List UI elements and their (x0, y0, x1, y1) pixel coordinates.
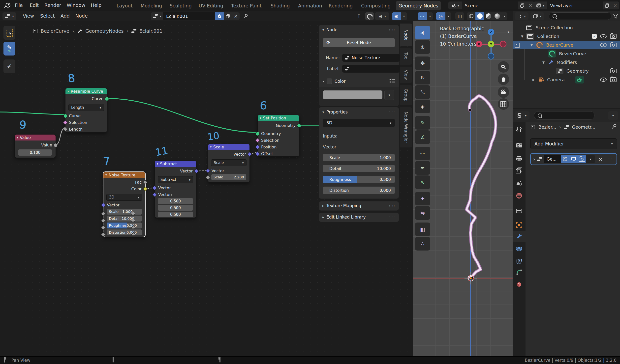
outliner-row-scene-collection[interactable]: Scene Collection (513, 23, 620, 32)
subtract-z-field[interactable]: 0.500 (158, 212, 193, 217)
hide-eye-icon[interactable] (600, 78, 607, 82)
outliner-filter-collection[interactable]: ▾ (530, 12, 544, 20)
name-field[interactable]: Noise Texture (342, 54, 400, 62)
socket-value-out[interactable] (54, 143, 58, 147)
sidebar-tab-node-wrangler[interactable]: Node Wrangler (400, 107, 412, 147)
subtract-x-field[interactable]: 0.500 (158, 198, 193, 204)
tool-shear[interactable]: ⇋ (415, 206, 430, 220)
outliner-row-camera[interactable]: ▶ Camera (513, 75, 620, 84)
add-modifier-dropdown[interactable]: Add Modifier ▾ (530, 138, 617, 149)
sidebar-tab-node[interactable]: Node (400, 24, 412, 46)
expand-icon[interactable]: ▼ (542, 61, 545, 64)
tab-rendering[interactable]: Rendering (329, 3, 353, 8)
menu-help[interactable]: Help (90, 2, 102, 8)
outliner-row-geometry-modifier[interactable]: Geometry (513, 67, 620, 75)
modifier-grip[interactable]: :::: (608, 157, 614, 161)
outliner-row-collection[interactable]: ▼ Collection ✓ (513, 32, 620, 41)
menu-edit[interactable]: Edit (29, 2, 40, 8)
tab-sculpting[interactable]: Sculpting (170, 3, 192, 8)
tool-tilt[interactable]: ✦ (415, 192, 430, 205)
subtract-operation-dropdown[interactable]: Subtract▾ (158, 176, 193, 183)
tool-transform[interactable]: ◈ (415, 100, 430, 113)
viewport-canvas[interactable]: Back Orthographic (1) BezierCurve 10 Cen… (413, 21, 513, 356)
tool-measure[interactable]: ∡ (415, 130, 430, 144)
ne-menu-view[interactable]: View (22, 13, 35, 19)
ptab-render[interactable] (513, 140, 526, 151)
breadcrumb-nodetree[interactable]: GeometryNodes (85, 28, 124, 34)
outliner-row-beziercurve-data[interactable]: BezierCurve (513, 49, 620, 58)
reset-node-button[interactable]: ⟳ Reset Node (323, 38, 395, 47)
viewlayer-unlink-icon[interactable]: × (612, 1, 619, 9)
dimensions-dropdown[interactable]: 3D ▾ (323, 119, 395, 127)
snap-falloff-toggle[interactable]: ↝ (418, 12, 427, 20)
render-camera-icon[interactable] (610, 77, 617, 82)
zoom-button[interactable] (498, 61, 509, 73)
ne-tool-annotate-active[interactable]: ✎ ∿ (3, 42, 15, 56)
sidebar-collapse-icon[interactable]: ‹ (507, 28, 510, 35)
editor-type-button[interactable]: ▾ (2, 12, 16, 20)
outliner-row-modifiers[interactable]: ▼ Modifiers (513, 58, 620, 67)
hide-eye-icon[interactable] (600, 43, 607, 47)
outliner-filter-icon[interactable] (613, 13, 618, 20)
node-set-position[interactable]: ▾Set Position Geometry Geometry Selectio… (257, 115, 299, 157)
node-subtract[interactable]: ▾Subtract Vector Subtract▾ Vector Vector… (155, 161, 196, 218)
socket-curve-in[interactable] (63, 114, 67, 118)
modifier-name-field[interactable]: Ge... (544, 155, 561, 163)
value-field[interactable]: 0.100 (18, 149, 52, 156)
collapse-icon[interactable]: ▾ (67, 89, 69, 93)
resample-mode-dropdown[interactable]: Length▾ (68, 104, 104, 111)
proportional-dropdown[interactable]: ▾ (445, 12, 451, 20)
socket-curve-out[interactable] (105, 97, 109, 101)
tab-animation[interactable]: Animation (298, 3, 322, 8)
panel-grip[interactable]: :::: (389, 110, 395, 114)
ne-menu-node[interactable]: Node (74, 13, 89, 19)
blender-logo-icon[interactable] (4, 2, 11, 9)
tab-texture-paint[interactable]: Texture Paint (231, 3, 262, 8)
tab-uv-editing[interactable]: UV Editing (199, 3, 223, 8)
tool-move[interactable]: ✥ (415, 56, 430, 70)
noise-roughness-slider[interactable]: Roughnes0.500 (107, 223, 142, 228)
tool-scale[interactable]: ⤡ (415, 85, 430, 99)
shading-material[interactable] (484, 12, 493, 20)
shading-wireframe[interactable] (467, 12, 475, 20)
overlays-dropdown[interactable]: ▾ (401, 12, 407, 20)
color-subpanel-header[interactable]: ▾ Color (319, 78, 399, 85)
ne-menu-select[interactable]: Select (39, 13, 56, 19)
ptab-constraints[interactable] (513, 255, 526, 267)
tool-draw-curve[interactable]: ✏ (415, 147, 430, 160)
scene-name-field[interactable]: Scene (462, 1, 518, 9)
tab-geometry-nodes-active[interactable]: Geometry Nodes (396, 1, 441, 10)
pin-icon[interactable] (243, 13, 248, 20)
socket-geometry-out[interactable] (297, 124, 301, 128)
ptab-tool[interactable] (513, 124, 526, 135)
ptab-physics[interactable] (513, 243, 526, 254)
hide-eye-icon[interactable] (600, 34, 607, 38)
menu-window[interactable]: Window (66, 2, 86, 8)
snap-element-button[interactable]: ⊞ ▾ (375, 12, 389, 20)
expand-icon[interactable]: ▶ (532, 78, 535, 82)
tool-rotate[interactable]: ↻ (415, 71, 430, 84)
ne-menu-add[interactable]: Add (60, 13, 71, 19)
fake-user-toggle[interactable] (215, 12, 224, 20)
modifier-realtime-toggle[interactable] (569, 155, 578, 163)
modifier-editmode-toggle[interactable] (561, 155, 569, 163)
noise-scale-slider[interactable]: Scale1.000 (107, 209, 142, 215)
outliner-search-input[interactable] (549, 12, 611, 20)
socket-geometry-in[interactable] (256, 132, 260, 136)
panel-grip[interactable]: :::: (389, 28, 395, 32)
ptab-collection[interactable] (513, 205, 526, 216)
noise-distortion-slider[interactable]: Distortion0.000 (107, 229, 142, 235)
scale-mode-dropdown[interactable]: Scale▾ (211, 159, 247, 166)
unlink-data-icon[interactable]: × (232, 12, 240, 20)
tab-layout[interactable]: Layout (117, 3, 133, 8)
node-resample-curve[interactable]: ▾Resample Curve Curve Length▾ Curve Sele… (65, 88, 107, 133)
sidebar-tab-view[interactable]: View (400, 67, 412, 83)
prop-roughness-slider[interactable]: Roughness0.500 (323, 176, 395, 183)
label-field[interactable] (342, 65, 400, 73)
copy-data-icon[interactable] (224, 12, 232, 20)
edit-linked-library-panel[interactable]: ▸Edit Linked Library:::: (319, 213, 399, 222)
ne-tool-links-cut[interactable]: ✂ (3, 59, 15, 73)
viewlayer-name-field[interactable]: ViewLayer (547, 1, 603, 9)
properties-editor-type[interactable]: ▾ (515, 111, 529, 120)
sidebar-tab-group[interactable]: Group (400, 85, 412, 105)
